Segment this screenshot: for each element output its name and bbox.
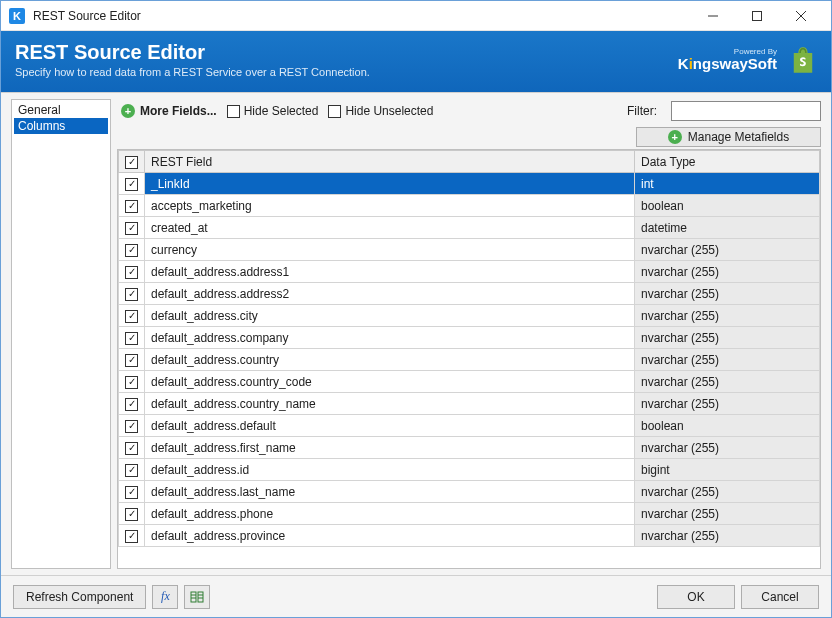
checkbox-icon [125,486,138,499]
table-row[interactable]: default_address.companynvarchar (255) [119,327,820,349]
field-name-cell[interactable]: _LinkId [145,173,635,195]
hide-selected-checkbox[interactable]: Hide Selected [227,104,319,118]
field-name-cell[interactable]: default_address.default [145,415,635,437]
expression-button[interactable]: fx [152,585,178,609]
mapping-button[interactable] [184,585,210,609]
data-type-cell[interactable]: nvarchar (255) [635,393,820,415]
row-checkbox[interactable] [119,195,145,217]
field-name-cell[interactable]: default_address.id [145,459,635,481]
row-checkbox[interactable] [119,459,145,481]
field-name-cell[interactable]: default_address.company [145,327,635,349]
row-checkbox[interactable] [119,261,145,283]
data-type-cell[interactable]: bigint [635,459,820,481]
table-row[interactable]: default_address.phonenvarchar (255) [119,503,820,525]
row-checkbox[interactable] [119,239,145,261]
table-row[interactable]: default_address.address2nvarchar (255) [119,283,820,305]
header-banner: REST Source Editor Specify how to read d… [1,31,831,92]
field-name-cell[interactable]: default_address.country_code [145,371,635,393]
hide-unselected-checkbox[interactable]: Hide Unselected [328,104,433,118]
row-checkbox[interactable] [119,283,145,305]
filter-input[interactable] [671,101,821,121]
filter-label: Filter: [627,104,657,118]
field-name-cell[interactable]: default_address.province [145,525,635,547]
checkbox-icon [227,105,240,118]
checkbox-icon [125,156,138,169]
refresh-component-button[interactable]: Refresh Component [13,585,146,609]
row-checkbox[interactable] [119,481,145,503]
cancel-button[interactable]: Cancel [741,585,819,609]
table-row[interactable]: default_address.country_codenvarchar (25… [119,371,820,393]
field-name-cell[interactable]: default_address.address2 [145,283,635,305]
manage-metafields-label: Manage Metafields [688,130,789,144]
data-type-cell[interactable]: nvarchar (255) [635,525,820,547]
row-checkbox[interactable] [119,415,145,437]
ok-button[interactable]: OK [657,585,735,609]
field-name-cell[interactable]: default_address.country [145,349,635,371]
row-checkbox[interactable] [119,327,145,349]
field-name-cell[interactable]: created_at [145,217,635,239]
checkbox-icon [125,354,138,367]
table-row[interactable]: default_address.address1nvarchar (255) [119,261,820,283]
table-row[interactable]: default_address.idbigint [119,459,820,481]
table-row[interactable]: default_address.countrynvarchar (255) [119,349,820,371]
grid-scroll-area[interactable]: REST Field Data Type _LinkIdintaccepts_m… [118,150,820,568]
data-type-cell[interactable]: nvarchar (255) [635,239,820,261]
data-type-cell[interactable]: nvarchar (255) [635,283,820,305]
data-type-cell[interactable]: nvarchar (255) [635,305,820,327]
close-button[interactable] [779,2,823,30]
data-type-cell[interactable]: nvarchar (255) [635,327,820,349]
sidebar: General Columns [11,99,111,569]
row-checkbox[interactable] [119,437,145,459]
row-checkbox[interactable] [119,217,145,239]
minimize-button[interactable] [691,2,735,30]
table-row[interactable]: created_atdatetime [119,217,820,239]
data-type-cell[interactable]: int [635,173,820,195]
row-checkbox[interactable] [119,371,145,393]
field-name-cell[interactable]: default_address.first_name [145,437,635,459]
field-name-cell[interactable]: default_address.last_name [145,481,635,503]
table-row[interactable]: default_address.last_namenvarchar (255) [119,481,820,503]
table-row[interactable]: default_address.provincenvarchar (255) [119,525,820,547]
checkbox-icon [125,222,138,235]
row-checkbox[interactable] [119,173,145,195]
column-header-type[interactable]: Data Type [635,151,820,173]
checkbox-icon [125,178,138,191]
maximize-button[interactable] [735,2,779,30]
data-type-cell[interactable]: nvarchar (255) [635,261,820,283]
table-row[interactable]: default_address.citynvarchar (255) [119,305,820,327]
data-type-cell[interactable]: nvarchar (255) [635,503,820,525]
table-row[interactable]: default_address.defaultboolean [119,415,820,437]
field-name-cell[interactable]: default_address.phone [145,503,635,525]
field-name-cell[interactable]: currency [145,239,635,261]
svg-rect-1 [753,11,762,20]
footer: Refresh Component fx OK Cancel [1,575,831,617]
select-all-checkbox[interactable] [119,151,145,173]
data-type-cell[interactable]: datetime [635,217,820,239]
table-row[interactable]: _LinkIdint [119,173,820,195]
table-row[interactable]: accepts_marketingboolean [119,195,820,217]
data-type-cell[interactable]: boolean [635,195,820,217]
sidebar-item-general[interactable]: General [14,102,108,118]
data-type-cell[interactable]: boolean [635,415,820,437]
row-checkbox[interactable] [119,503,145,525]
row-checkbox[interactable] [119,349,145,371]
field-name-cell[interactable]: accepts_marketing [145,195,635,217]
data-type-cell[interactable]: nvarchar (255) [635,371,820,393]
field-name-cell[interactable]: default_address.city [145,305,635,327]
data-type-cell[interactable]: nvarchar (255) [635,481,820,503]
row-checkbox[interactable] [119,525,145,547]
row-checkbox[interactable] [119,305,145,327]
table-row[interactable]: default_address.country_namenvarchar (25… [119,393,820,415]
table-row[interactable]: currencynvarchar (255) [119,239,820,261]
table-row[interactable]: default_address.first_namenvarchar (255) [119,437,820,459]
row-checkbox[interactable] [119,393,145,415]
data-type-cell[interactable]: nvarchar (255) [635,437,820,459]
sidebar-item-columns[interactable]: Columns [14,118,108,134]
field-name-cell[interactable]: default_address.address1 [145,261,635,283]
data-type-cell[interactable]: nvarchar (255) [635,349,820,371]
column-header-field[interactable]: REST Field [145,151,635,173]
manage-metafields-button[interactable]: + Manage Metafields [636,127,821,147]
field-name-cell[interactable]: default_address.country_name [145,393,635,415]
more-fields-button[interactable]: + More Fields... [121,104,217,118]
checkbox-icon [125,310,138,323]
